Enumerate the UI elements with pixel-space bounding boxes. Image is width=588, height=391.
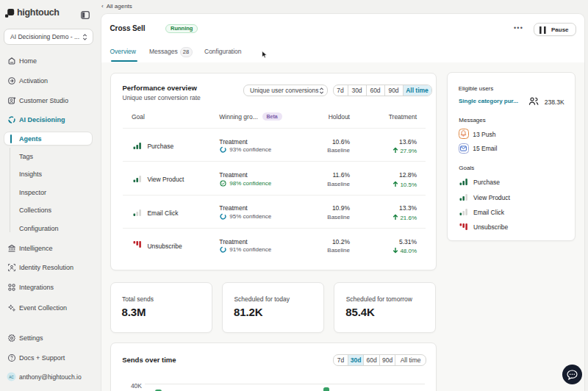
svg-text:AC: AC: [9, 375, 14, 379]
